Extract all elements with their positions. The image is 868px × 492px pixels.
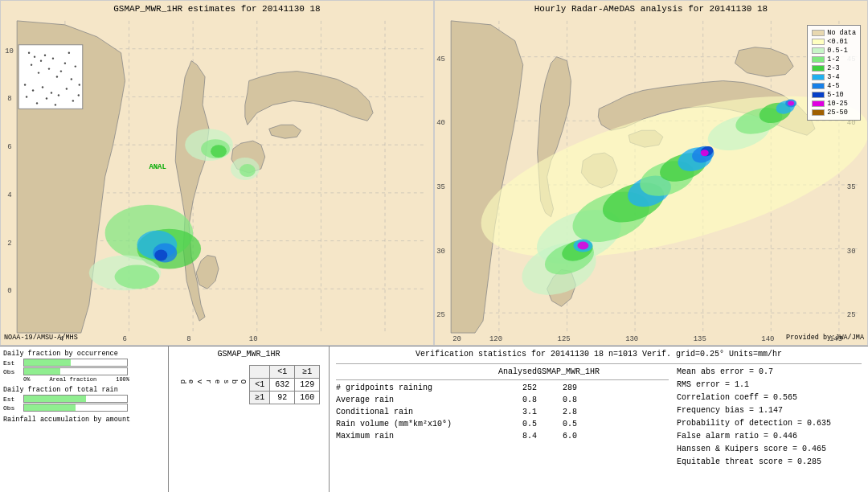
right-map-title: Hourly Radar-AMeDAS analysis for 2014113… (435, 4, 867, 14)
main-container: GSMAP_MWR_1HR estimates for 20141130 18 (0, 0, 868, 492)
stats-row-1: Average rain 0.8 0.8 (336, 394, 669, 406)
ct-row-label-ge1: ≥1 (250, 392, 270, 404)
ct-empty-cell (250, 366, 270, 379)
legend-item-2-3: 2-3 (812, 64, 856, 72)
stats-header-row: Analysed GSMAP_MWR_1HR (336, 366, 669, 378)
legend-label-1-2: 1-2 (827, 55, 839, 64)
ct-row-lt1: <1 632 129 (250, 379, 320, 392)
rainfall-chart-title: Rainfall accumulation by amount (3, 416, 165, 424)
legend-item-3-4: 3-4 (812, 73, 856, 81)
ct-col-ge1: ≥1 (295, 366, 320, 379)
rainfall-chart-section: Rainfall accumulation by amount (3, 416, 165, 424)
occurrence-chart-section: Daily fraction by occurrence Est Obs 0% … (3, 350, 165, 383)
contingency-table-wrapper: <1 ≥1 <1 632 129 ≥1 (249, 362, 320, 404)
stats-analysed-1: 0.8 (497, 394, 537, 406)
obs-bar-row-occurrence: Obs (3, 367, 165, 375)
svg-point-39 (60, 70, 62, 72)
svg-text:45: 45 (436, 55, 445, 64)
svg-text:8: 8 (7, 95, 11, 103)
stats-label-0: # gridpoints raining (336, 382, 497, 394)
legend-color-5-10 (812, 92, 825, 98)
legend-item-10-25: 10-25 (812, 100, 856, 108)
legend-color-25-50 (812, 109, 825, 116)
svg-text:6: 6 (123, 335, 127, 343)
legend-item-1-2: 1-2 (812, 55, 856, 64)
legend-color-10-25 (812, 100, 825, 107)
svg-text:40: 40 (436, 119, 445, 127)
stats-label-2: Conditional rain (336, 406, 497, 418)
stats-col-empty (336, 366, 497, 378)
svg-point-44 (79, 84, 80, 85)
stats-gsmap-2: 2.8 (537, 406, 577, 418)
ct-row-ge1: ≥1 92 160 (250, 392, 320, 404)
stats-gsmap-3: 0.5 (537, 418, 577, 430)
right-stat-7: Equitable threat score = 0.285 (677, 456, 862, 469)
legend-box: No data <0.01 0.5-1 1-2 2-3 (807, 25, 861, 121)
svg-point-51 (72, 100, 74, 101)
bottom-left-panel: Daily fraction by occurrence Est Obs 0% … (0, 346, 169, 492)
top-row: GSMAP_MWR_1HR estimates for 20141130 18 (0, 0, 868, 346)
stats-col-analysed: Analysed (497, 366, 537, 378)
right-stat-3: Frequency bias = 1.147 (677, 404, 862, 417)
est-bar-fill-occurrence (24, 359, 71, 366)
stats-right-col: Mean abs error = 0.7 RMS error = 1.1 Cor… (669, 366, 862, 489)
svg-point-35 (48, 68, 50, 69)
svg-text:125: 125 (558, 335, 571, 343)
svg-point-127 (577, 242, 588, 250)
legend-color-3-4 (812, 74, 825, 80)
legend-item-05-1: 0.5-1 (812, 47, 856, 55)
ct-val-lt1-ge1: 129 (295, 379, 320, 392)
obs-bar-fill-occurrence (24, 368, 60, 375)
svg-point-116 (701, 150, 709, 156)
stats-label-4: Maximum rain (336, 430, 497, 442)
observed-side-label-container: Observed (178, 379, 247, 383)
svg-text:8: 8 (186, 335, 190, 343)
right-stat-2: Correlation coeff = 0.565 (677, 392, 862, 404)
svg-text:2: 2 (7, 240, 11, 248)
svg-text:10: 10 (5, 47, 14, 55)
axis-areal: Areal fraction (49, 376, 96, 383)
legend-item-5-10: 5-10 (812, 91, 856, 99)
stats-label-1: Average rain (336, 394, 497, 406)
svg-point-42 (71, 78, 72, 80)
svg-text:ANAL: ANAL (149, 163, 166, 171)
ct-row-label-lt1: <1 (250, 379, 270, 392)
legend-color-05-1 (812, 47, 825, 54)
legend-label-05-1: 0.5-1 (827, 47, 848, 55)
svg-point-34 (44, 54, 46, 55)
bottom-row: Daily fraction by occurrence Est Obs 0% … (0, 346, 868, 492)
svg-point-66 (115, 264, 160, 289)
svg-rect-29 (18, 45, 83, 109)
legend-color-2-3 (812, 65, 825, 72)
ct-val-ge1-lt1: 92 (270, 392, 295, 404)
stats-row-2: Conditional rain 3.1 2.8 (336, 406, 669, 418)
obs-bar-track-rain (23, 404, 128, 412)
svg-point-37 (52, 57, 54, 59)
stats-label-3: Rain volume (mm*km²x10⁶) (336, 418, 497, 430)
svg-point-33 (40, 59, 42, 61)
svg-point-49 (58, 94, 59, 96)
svg-point-61 (154, 250, 167, 261)
stats-analysed-3: 0.5 (497, 418, 537, 430)
legend-color-4-5 (812, 83, 825, 89)
legend-label-nodata: No data (827, 29, 856, 37)
svg-point-68 (240, 164, 256, 177)
observed-side-label: Observed (178, 379, 247, 383)
svg-point-41 (68, 52, 70, 54)
svg-text:0: 0 (7, 287, 11, 295)
right-stat-6: Hanssen & Kuipers score = 0.465 (677, 443, 862, 456)
est-label-rain: Est (3, 396, 23, 403)
svg-point-48 (51, 92, 52, 93)
obs-bar-row-rain: Obs (3, 404, 165, 412)
legend-label-10-25: 10-25 (827, 100, 848, 108)
stats-gsmap-4: 6.0 (537, 430, 577, 442)
svg-point-50 (66, 88, 68, 89)
svg-point-52 (78, 94, 80, 96)
stats-left-col: Analysed GSMAP_MWR_1HR # gridpoints rain… (336, 366, 669, 489)
rain-chart-section: Daily fraction of total rain Est Obs (3, 386, 165, 412)
stats-gsmap-1: 0.8 (537, 394, 577, 406)
svg-text:35: 35 (436, 183, 445, 191)
contingency-wrapper: Observed <1 ≥1 <1 (178, 362, 320, 404)
svg-text:30: 30 (436, 248, 445, 256)
svg-point-38 (56, 76, 58, 77)
